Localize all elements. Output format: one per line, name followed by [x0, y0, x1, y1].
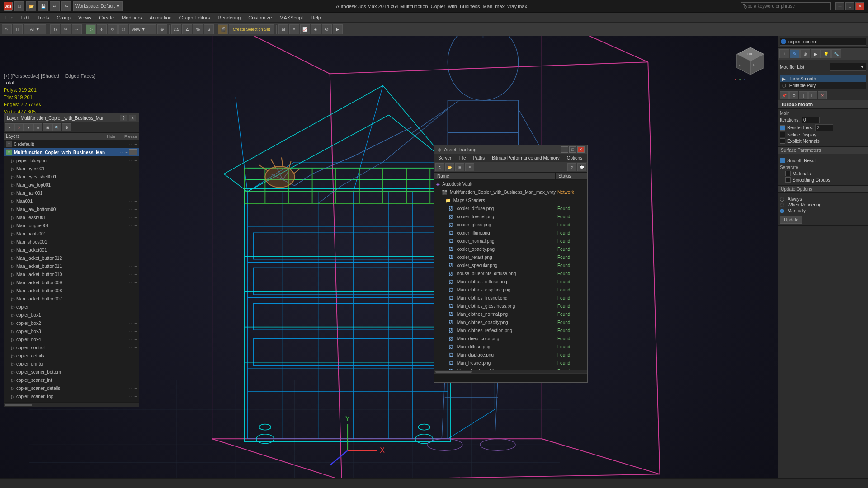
menu-views[interactable]: Views [75, 14, 95, 21]
layer-item-shoes[interactable]: ▷ Man_shoes001 ······ [4, 238, 139, 246]
redo-btn[interactable]: ↪ [61, 1, 71, 11]
layer-item-scaner-details[interactable]: ▷ copier_scaner_details ······ [4, 384, 139, 392]
asset-man-clothes-normal[interactable]: 🖼 Man_clothes_normal.png Found [434, 310, 587, 318]
menu-help[interactable]: Help [307, 14, 325, 21]
layer-item-scaner-int[interactable]: ▷ copier_scaner_int ······ [4, 376, 139, 384]
new-btn[interactable]: □ [14, 1, 24, 11]
tab-utilities[interactable]: 🔧 [831, 49, 841, 58]
layer-item-copier-details[interactable]: ▷ copier_details ······ [4, 352, 139, 360]
menu-animation[interactable]: Animation [146, 14, 175, 21]
asset-man-clothes-displace[interactable]: 🖼 Man_clothes_displace.png Found [434, 286, 587, 294]
pivot-btn[interactable]: ⊕ [157, 24, 167, 34]
mod-show-before-btn[interactable]: ⊢ [808, 91, 817, 99]
asset-man-clothes-reflection[interactable]: 🖼 Man_clothes_reflection.png Found [434, 326, 587, 334]
layer-item-jb012[interactable]: ▷ Man_jacket_button012 ······ [4, 254, 139, 262]
asset-copier-diffuse[interactable]: 🖼 copier_diffuse.png Found [434, 204, 587, 212]
manually-radio[interactable] [780, 209, 784, 213]
layer-item-copier-box2[interactable]: ▷ copier_box2 ······ [4, 319, 139, 327]
layer-expand-default[interactable]: □ [6, 141, 12, 147]
layer-item-scaner-bottom[interactable]: ▷ copier_scaner_bottom ······ [4, 368, 139, 376]
layer-delete-btn[interactable]: ✕ [14, 123, 24, 131]
asset-man-fresnel[interactable]: 🖼 Man_fresnel.png Found [434, 359, 587, 367]
layer-scrollbar-h[interactable] [4, 402, 139, 407]
unlink-btn[interactable]: ✂ [61, 24, 71, 34]
layer-item-man-eyes-shell[interactable]: ▷ Man_eyes_shell001 ······ [4, 173, 139, 181]
layer-item-jacket[interactable]: ▷ Man_jacket001 ······ [4, 246, 139, 254]
asset-file-list[interactable]: ◈ Autodesk Vault 🎬 Multifunction_Copier_… [434, 180, 587, 370]
asset-close-btn[interactable]: ✕ [577, 146, 585, 153]
modifier-editable-poly[interactable]: ⬡ Editable Poly [780, 82, 866, 89]
rotate-tool[interactable]: ↻ [108, 24, 118, 34]
layer-item-multifunction[interactable]: ▼ Multifunction_Copier_with_Business_Man… [4, 148, 139, 156]
layer-item-copier[interactable]: ▷ copier ······ [4, 303, 139, 311]
asset-browse-btn[interactable]: 📂 [445, 163, 454, 171]
asset-copier-specular[interactable]: 🖼 copier_specular.png Found [434, 261, 587, 269]
isoline-checkbox[interactable] [780, 132, 785, 137]
asset-house-blueprints[interactable]: 🖼 house_blueprints_diffuse.png Found [434, 269, 587, 277]
asset-copier-gloss[interactable]: 🖼 copier_gloss.png Found [434, 221, 587, 229]
menu-create[interactable]: Create [95, 14, 118, 21]
asset-maxfile-item[interactable]: 🎬 Multifunction_Copier_with_Business_Man… [434, 188, 587, 196]
curve-editor-btn[interactable]: 📈 [300, 24, 310, 34]
tab-create[interactable]: + [779, 49, 789, 58]
layer-item-jb009[interactable]: ▷ Man_jacket_button009 ······ [4, 278, 139, 286]
asset-maximize-btn[interactable]: □ [569, 146, 576, 153]
layer-item-copier-printer[interactable]: ▷ copier_printer ······ [4, 360, 139, 368]
modifier-turbosmooth[interactable]: ▶ TurboSmooth [780, 75, 866, 82]
mod-configure-btn[interactable]: ⚙ [789, 91, 798, 99]
mod-delete-btn[interactable]: ✕ [818, 91, 827, 99]
asset-vault-item[interactable]: ◈ Autodesk Vault [434, 180, 587, 188]
select-btn[interactable]: ↖ [2, 24, 12, 34]
layer-expand-mf[interactable]: ▼ [6, 149, 12, 155]
asset-hscrollbar[interactable] [434, 370, 587, 373]
bind-space-warp[interactable]: ~ [72, 24, 82, 34]
explicit-normals-checkbox[interactable] [780, 138, 785, 144]
move-tool[interactable]: ✛ [97, 24, 107, 34]
asset-menu-options[interactable]: Options [564, 155, 585, 161]
menu-modifiers[interactable]: Modifiers [118, 14, 146, 21]
render-frame-btn[interactable]: 🎬 [218, 24, 228, 34]
minimize-button[interactable]: ─ [835, 2, 844, 10]
link-btn[interactable]: ⛓ [50, 24, 60, 34]
undo-btn[interactable]: ↩ [50, 1, 60, 11]
layer-add-selection-btn[interactable]: ▼ [24, 123, 33, 131]
layer-item-man-eyes[interactable]: ▷ Man_eyes001 ······ [4, 164, 139, 173]
layer-select-highlight-btn[interactable]: ◈ [33, 123, 42, 131]
modifier-dropdown[interactable]: ▼ [830, 63, 866, 71]
layer-new-btn[interactable]: + [5, 123, 14, 131]
smoothing-groups-checkbox[interactable] [785, 177, 791, 183]
asset-refresh-btn[interactable]: ↻ [435, 163, 444, 171]
open-btn[interactable]: 📂 [26, 1, 36, 11]
asset-man-diffuse[interactable]: 🖼 Man_diffuse.png Found [434, 343, 587, 351]
menu-tools[interactable]: Tools [34, 14, 53, 21]
asset-man-displace[interactable]: 🖼 Man_displace.png Found [434, 351, 587, 359]
when-rendering-radio[interactable] [780, 203, 784, 207]
close-button[interactable]: ✕ [855, 2, 864, 10]
render-iters-input[interactable] [815, 124, 833, 131]
layer-item-paper[interactable]: ▷ paper_blueprint ······ [4, 156, 139, 164]
layer-item-copier-box3[interactable]: ▷ copier_box3 ······ [4, 327, 139, 335]
layer-item-default[interactable]: □ 0 (default) ······ [4, 140, 139, 148]
tab-modify[interactable]: ✎ [790, 49, 800, 58]
asset-menu-server[interactable]: Server [435, 155, 454, 161]
layer-item-copier-box4[interactable]: ▷ copier_box4 ······ [4, 335, 139, 343]
layer-item-leash[interactable]: ▷ Man_leash001 ······ [4, 213, 139, 221]
mod-show-end-btn[interactable]: | [799, 91, 808, 99]
layer-item-jb011[interactable]: ▷ Man_jacket_button011 ······ [4, 262, 139, 270]
asset-menu-paths[interactable]: Paths [471, 155, 488, 161]
render-btn[interactable]: ▶ [333, 24, 343, 34]
snap-toggle[interactable]: 2.5 [171, 24, 181, 34]
update-button[interactable]: Update [780, 216, 802, 224]
search-input[interactable] [741, 2, 831, 10]
layer-item-copier-control[interactable]: ▷ copier_control ······ [4, 343, 139, 352]
angle-snap[interactable]: ∠ [182, 24, 192, 34]
layer-item-jb008[interactable]: ▷ Man_jacket_button008 ······ [4, 286, 139, 295]
maximize-button[interactable]: □ [845, 2, 854, 10]
navigation-cube[interactable]: TOP R L x y z [732, 45, 769, 81]
tab-display[interactable]: 💡 [821, 49, 831, 58]
menu-group[interactable]: Group [53, 14, 74, 21]
layer-hscroll-thumb[interactable] [5, 404, 32, 406]
layer-item-jb010[interactable]: ▷ Man_jacket_button010 ······ [4, 270, 139, 278]
layer-item-man[interactable]: ▷ Man001 ······ [4, 197, 139, 205]
layer-item-jaw-bottom[interactable]: ▷ Man_jaw_bottom001 ······ [4, 205, 139, 213]
